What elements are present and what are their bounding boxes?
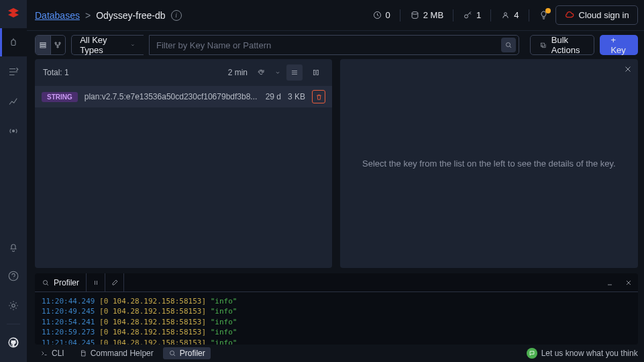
command-helper-label: Command Helper	[91, 349, 154, 358]
stat-commands[interactable]: 0	[372, 10, 390, 20]
key-size: 3 KB	[288, 92, 305, 101]
stat-clients[interactable]: 4	[500, 10, 519, 20]
svg-point-2	[12, 304, 15, 308]
cli-label: CLI	[52, 349, 64, 358]
cloud-signin-label: Cloud sign in	[579, 10, 629, 20]
cli-button[interactable]: CLI	[35, 347, 70, 359]
svg-point-14	[506, 43, 510, 47]
redis-logo-icon	[5, 5, 21, 21]
nav-notifications[interactable]	[0, 232, 27, 261]
close-icon	[625, 279, 633, 287]
bottom-bar: CLI Command Helper Profiler Let us know …	[27, 345, 644, 362]
feedback-label: Let us know what you think	[541, 349, 638, 358]
view-tree-icon[interactable]	[50, 36, 65, 54]
search-icon	[504, 41, 513, 49]
minimize-icon	[606, 279, 614, 287]
profiler-button[interactable]: Profiler	[163, 347, 211, 359]
key-type-label: All Key Types	[80, 35, 114, 55]
nav-browser[interactable]	[0, 28, 27, 56]
trash-icon	[315, 93, 323, 101]
svg-point-11	[55, 42, 56, 44]
key-type-select[interactable]: All Key Types	[71, 35, 144, 55]
delete-key-button[interactable]	[312, 90, 325, 103]
svg-rect-8	[40, 43, 46, 44]
profiler-log[interactable]: 11:20:44.249 [0 104.28.192.158:58153] "i…	[35, 292, 638, 345]
insights-badge	[545, 8, 551, 13]
close-detail-button[interactable]	[623, 64, 633, 76]
columns-button[interactable]	[308, 64, 324, 81]
svg-point-6	[465, 15, 468, 18]
search-button[interactable]	[501, 38, 516, 52]
svg-point-19	[170, 351, 174, 355]
profiler-clear-button[interactable]	[105, 273, 124, 291]
refresh-button[interactable]	[253, 64, 269, 81]
nav-analysis[interactable]	[0, 87, 27, 116]
svg-point-13	[57, 46, 58, 48]
stat-keys[interactable]: 1	[463, 10, 481, 20]
chevron-down-icon[interactable]	[274, 69, 281, 77]
svg-point-12	[59, 42, 60, 44]
insights-button[interactable]	[539, 10, 549, 20]
view-list-icon[interactable]	[36, 36, 50, 54]
key-name: plan:v2.7.5:e7e13536a50cd230cf10679bdf3b…	[85, 92, 259, 101]
svg-rect-10	[40, 46, 46, 48]
stat-memory[interactable]: 2 MB	[410, 10, 443, 20]
view-mode-toggle	[35, 35, 66, 55]
command-helper-button[interactable]: Command Helper	[74, 347, 159, 359]
toolbar: All Key Types Bulk Actions + Key	[27, 31, 644, 59]
key-ttl: 29 d	[266, 92, 281, 101]
profiler-label: Profiler	[180, 349, 205, 358]
close-icon	[623, 64, 633, 74]
profiler-tab[interactable]: Profiler	[35, 273, 87, 291]
topbar: Databases > Odyssey-free-db i 0 2 MB 1	[27, 0, 644, 31]
svg-point-0	[13, 130, 15, 132]
key-detail-panel: Select the key from the list on the left…	[340, 59, 638, 268]
stat-memory-value: 2 MB	[423, 10, 443, 20]
nav-workbench[interactable]	[0, 58, 27, 86]
key-type-badge: STRING	[42, 92, 78, 102]
add-key-button[interactable]: + Key	[600, 35, 637, 55]
feedback-link[interactable]: Let us know what you think	[527, 348, 638, 359]
svg-point-5	[412, 12, 418, 15]
nav-pubsub[interactable]	[0, 117, 27, 145]
svg-point-18	[44, 280, 48, 284]
svg-point-1	[9, 271, 18, 281]
terminal-icon	[40, 349, 48, 357]
stat-commands-value: 0	[386, 10, 390, 20]
eraser-icon	[111, 279, 119, 287]
nav-help[interactable]	[0, 262, 27, 290]
svg-point-7	[504, 13, 507, 15]
nav-settings[interactable]	[0, 291, 27, 320]
pause-icon	[92, 279, 100, 287]
nav-github[interactable]	[0, 328, 27, 357]
chat-icon	[527, 348, 537, 359]
svg-rect-16	[314, 71, 316, 75]
svg-rect-15	[541, 43, 545, 46]
key-row[interactable]: STRING plan:v2.7.5:e7e13536a50cd230cf106…	[35, 86, 332, 107]
search-input[interactable]	[156, 40, 501, 50]
profiler-close-button[interactable]	[619, 273, 638, 291]
breadcrumb-root-link[interactable]: Databases	[35, 10, 80, 21]
detail-placeholder: Select the key from the list on the left…	[362, 159, 616, 169]
bulk-actions-button[interactable]: Bulk Actions	[530, 35, 594, 55]
info-icon[interactable]: i	[171, 10, 182, 21]
stat-keys-value: 1	[476, 10, 481, 20]
inspect-icon	[42, 279, 50, 287]
key-list-panel: Total: 1 2 min STRING pla	[35, 59, 332, 268]
keys-total: Total: 1	[43, 68, 69, 77]
stat-clients-value: 4	[514, 10, 519, 20]
document-icon	[79, 349, 87, 357]
bulk-icon	[540, 40, 547, 50]
breadcrumb: Databases > Odyssey-free-db i	[35, 10, 182, 21]
search-field	[149, 35, 519, 55]
list-layout-button[interactable]	[286, 64, 303, 81]
side-rail	[0, 0, 27, 362]
svg-rect-9	[40, 44, 46, 46]
profiler-panel: Profiler 11:20:44.249 [0 104.28.192.158:…	[35, 273, 638, 345]
bulk-actions-label: Bulk Actions	[551, 35, 585, 55]
cloud-signin-button[interactable]: Cloud sign in	[555, 5, 638, 25]
inspect-icon	[168, 349, 176, 357]
profiler-tab-label: Profiler	[54, 278, 79, 287]
profiler-pause-button[interactable]	[87, 273, 105, 291]
profiler-minimize-button[interactable]	[600, 273, 619, 291]
